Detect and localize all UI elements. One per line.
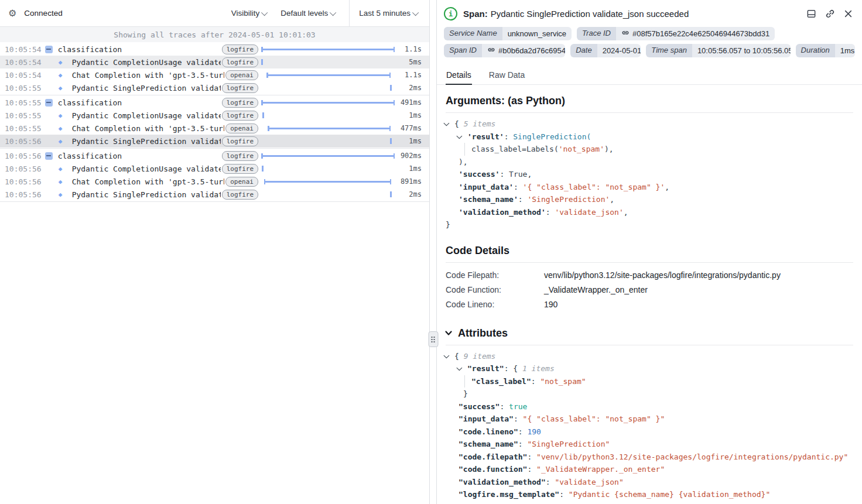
span-name: Chat Completion with 'gpt-3.5-turbo-061: [72, 71, 225, 80]
span-tag[interactable]: Trace ID#08f57b165e22c4e625046944673bdd3…: [577, 27, 775, 40]
scope-badge: logfire: [222, 83, 258, 93]
attributes-line: "input_data": "{ "class_label": "not_spa…: [446, 413, 853, 426]
span-title-label: Span:: [463, 9, 488, 19]
span-diamond-icon: ◆: [59, 85, 67, 91]
trace-row[interactable]: 10:05:54◆Pydantic CompletionUsage valida…: [0, 56, 429, 68]
tree-collapse-icon[interactable]: [446, 350, 454, 363]
span-diamond-icon: ◆: [59, 125, 67, 132]
span-name: Pydantic CompletionUsage validate_python: [72, 111, 221, 120]
duration-bar-track: [261, 188, 395, 201]
attributes-line: "class_label": "not_spam": [446, 375, 853, 388]
trace-row[interactable]: 10:05:56◆Chat Completion with 'gpt-3.5-t…: [0, 175, 429, 188]
code-detail-label: Code Lineno:: [446, 299, 544, 310]
scope-badge: openai: [225, 70, 258, 80]
row-timestamp: 10:05:54: [5, 58, 42, 67]
gear-icon[interactable]: ⚙: [8, 9, 16, 18]
duration-label: 2ms: [396, 84, 422, 92]
tag-label: Trace ID: [577, 27, 616, 40]
tag-value: 10:05:56.057 to 10:05:56.058: [692, 44, 791, 57]
token-key: "result": [467, 364, 504, 373]
trace-row[interactable]: 10:05:55◆Chat Completion with 'gpt-3.5-t…: [0, 122, 429, 135]
attributes-line: "success": true: [446, 400, 853, 413]
dock-panel-icon[interactable]: [806, 9, 816, 19]
tag-value-text: 2024-05-01: [603, 46, 641, 55]
scope-badge: logfire: [222, 98, 258, 108]
chevron-down-icon: [412, 9, 419, 15]
tree-collapse-icon[interactable]: [459, 362, 467, 375]
trace-row[interactable]: 10:05:56◆Pydantic CompletionUsage valida…: [0, 162, 429, 175]
attributes-line: }: [446, 388, 853, 400]
duration-bar: [264, 181, 392, 183]
token-punct: :: [514, 414, 523, 423]
arguments-line: }: [446, 218, 853, 231]
span-diamond-icon: ◆: [59, 179, 67, 185]
token-meta: 9 items: [464, 352, 496, 361]
tag-value[interactable]: #b0b6da2d76c69540: [482, 44, 565, 57]
duration-bar-track: [261, 96, 395, 109]
duration-tick: [262, 112, 264, 118]
span-name: Chat Completion with 'gpt-3.5-turbo-061: [72, 177, 225, 186]
attributes-heading[interactable]: Attributes: [437, 316, 862, 345]
arguments-heading: Arguments: (as Python): [437, 85, 862, 112]
arguments-line: 'validation_method': 'validate_json',: [446, 206, 853, 219]
tag-label: Service Name: [444, 27, 502, 40]
time-range-dropdown[interactable]: Last 5 minutes: [359, 9, 419, 18]
splitter-grip-icon[interactable]: [428, 331, 438, 347]
token-bool: true: [509, 402, 527, 411]
token-str: "Pydantic {schema_name} {validation_meth…: [569, 490, 770, 499]
trace-row[interactable]: 10:05:55◆Pydantic CompletionUsage valida…: [0, 109, 429, 122]
trace-row[interactable]: 10:05:56classificationlogfire902ms: [0, 149, 429, 162]
token-key: 'schema_name': [459, 195, 518, 204]
token-punct: ,: [610, 195, 614, 204]
trace-row[interactable]: 10:05:54classificationlogfire1.1s: [0, 43, 429, 56]
duration-bar-track: [261, 109, 395, 122]
tree-collapse-icon[interactable]: [459, 131, 467, 143]
tree-collapse-icon[interactable]: [446, 118, 454, 131]
row-timestamp: 10:05:54: [5, 45, 42, 54]
attributes-line: "schema_name": "SinglePrediction": [446, 438, 853, 451]
token-punct: :: [518, 427, 528, 436]
token-str: "venv/lib/python3.12/site-packages/logfi…: [536, 452, 848, 461]
arguments-line: 'success': True,: [446, 168, 853, 181]
default-levels-dropdown[interactable]: Default levels: [281, 9, 336, 18]
row-timestamp: 10:05:55: [5, 84, 42, 92]
trace-row[interactable]: 10:05:55◆Pydantic SinglePrediction valid…: [0, 81, 429, 94]
collapse-toggle-icon[interactable]: [45, 152, 53, 160]
code-detail-value: _ValidateWrapper._on_enter: [544, 284, 648, 296]
trace-toolbar: ⚙ Connected Visibility Default levels La…: [0, 0, 429, 27]
duration-tick: [390, 138, 392, 144]
token-key: "schema_name": [459, 440, 518, 448]
collapse-toggle-icon[interactable]: [45, 46, 53, 53]
close-icon[interactable]: [844, 9, 853, 18]
duration-bar: [261, 102, 395, 104]
code-details-heading: Code Details: [437, 235, 862, 262]
visibility-dropdown[interactable]: Visibility: [231, 9, 268, 18]
copy-link-icon[interactable]: [825, 9, 835, 19]
token-punct: :: [500, 402, 509, 411]
trace-row[interactable]: 10:05:55classificationlogfire491ms: [0, 96, 429, 109]
trace-row[interactable]: 10:05:56◆Pydantic SinglePrediction valid…: [0, 188, 429, 201]
span-diamond-icon: ◆: [59, 166, 67, 172]
arguments-line: 'input_data': '{ "class_label": "not_spa…: [446, 181, 853, 194]
tag-value[interactable]: #08f57b165e22c4e625046944673bdd31: [616, 27, 775, 40]
trace-row[interactable]: 10:05:56◆Pydantic SinglePrediction valid…: [0, 135, 429, 148]
info-icon: i: [444, 7, 457, 20]
span-diamond-icon: ◆: [59, 138, 67, 145]
code-detail-value: 190: [544, 299, 557, 310]
tab-raw-data[interactable]: Raw Data: [488, 66, 525, 84]
visibility-dropdown-label: Visibility: [231, 9, 260, 18]
span-tag[interactable]: Span ID#b0b6da2d76c69540: [444, 44, 565, 57]
span-name: Pydantic CompletionUsage validate_python: [72, 58, 221, 67]
panel-splitter[interactable]: [429, 0, 437, 504]
time-range-label: Last 5 minutes: [359, 9, 411, 18]
attributes-line: "validation_method": "validate_json": [446, 476, 853, 489]
span-diamond-icon: ◆: [59, 72, 67, 78]
duration-label: 1.1s: [396, 45, 422, 53]
trace-row[interactable]: 10:05:54◆Chat Completion with 'gpt-3.5-t…: [0, 68, 429, 81]
code-detail-row: Code Lineno:190: [437, 297, 862, 312]
duration-bar-track: [261, 149, 395, 162]
duration-label: 1.1s: [396, 71, 422, 79]
scope-badge: logfire: [222, 151, 258, 161]
collapse-toggle-icon[interactable]: [45, 99, 53, 107]
tab-details[interactable]: Details: [446, 66, 472, 85]
